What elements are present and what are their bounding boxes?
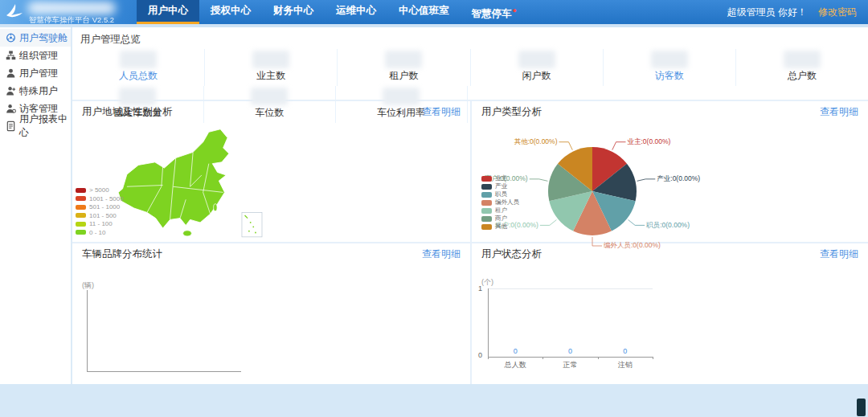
pie-label-line [628,220,645,226]
sidebar: 用户驾驶舱组织管理用户管理特殊用户访客管理用户报表中心 [0,27,71,384]
pie-legend-item-6[interactable]: 其他 [481,223,519,230]
main-content: 用户管理总览 人员总数业主数租户数闲户数访客数总户数 固定车数量车位数车位利用率… [71,27,868,384]
panel-title: 用户地域及性别分析 [82,105,173,119]
pie-slice-label: 职员:0(0.00%) [645,221,690,229]
sidebar-item-3[interactable]: 特殊用户 [0,82,71,100]
sidebar-item-label: 用户驾驶舱 [19,31,68,45]
status-y-axis [488,288,489,357]
legend-swatch [481,200,492,206]
x-axis-tick [598,357,599,359]
brand-y-axis [87,290,88,371]
nav-item-2[interactable]: 财务中心 [262,0,325,24]
map-legend-item[interactable]: > 5000 [76,186,124,194]
pie-legend-item-4[interactable]: 租户 [481,207,519,214]
stats-row-1: 人员总数业主数租户数闲户数访客数总户数 [72,49,868,86]
pie-legend-item-3[interactable]: 编外人员 [481,199,519,206]
map-visual-legend: > 50001001 - 5000501 - 1000101 - 50011 -… [76,186,124,237]
dashboard-icon [6,32,16,43]
sidebar-item-2[interactable]: 用户管理 [0,64,71,82]
map-legend-item[interactable]: 11 - 100 [76,220,124,227]
sidebar-item-label: 特殊用户 [19,84,58,98]
logo-text: 智慧停车操作平台 V2.5.2 [29,15,114,24]
nav-item-4[interactable]: 中心值班室 [387,0,461,24]
map-legend-item[interactable]: 1001 - 5000 [76,195,124,202]
legend-label: 501 - 1000 [89,203,120,211]
org-icon [6,50,16,61]
page: 智慧停车操作平台 V2.5.2 用户中心授权中心财务中心运维中心中心值班室智慧停… [0,0,868,417]
pie-legend-item-5[interactable]: 商户 [481,215,519,222]
y-tick-max: 1 [478,284,482,292]
legend-swatch [76,188,86,193]
nav-item-1[interactable]: 授权中心 [199,0,262,24]
legend-label: 11 - 100 [89,220,113,227]
pie-chart-body: 业主:0(0.00%)产业:0(0.00%)职员:0(0.00%)编外人员:0(… [472,121,868,242]
x-axis-tick [653,357,653,359]
region-gender-panel: 用户地域及性别分析 查看明细 [72,100,470,242]
redacted-stat-value [120,51,157,68]
pie-legend-item-1[interactable]: 产业 [481,183,519,190]
map-legend-item[interactable]: 0 - 10 [76,229,124,236]
overview-title: 用户管理总览 [72,27,868,49]
map-legend-item[interactable]: 501 - 1000 [76,203,124,211]
stat-cell: 人员总数 [72,49,205,86]
top-navbar: 智慧停车操作平台 V2.5.2 用户中心授权中心财务中心运维中心中心值班室智慧停… [0,0,868,24]
app-logo[interactable]: 智慧停车操作平台 V2.5.2 [0,0,137,24]
main-menu: 用户中心授权中心财务中心运维中心中心值班室智慧停车● [137,0,528,24]
navbar-right: 超级管理员 你好！ 修改密码 [727,0,868,24]
legend-swatch [76,205,86,210]
nav-item-3[interactable]: 运维中心 [325,0,387,24]
nav-item-0[interactable]: 用户中心 [137,0,199,24]
legend-label: 职员 [495,190,507,198]
redacted-stat-value [784,51,821,68]
stat-cell: 总户数 [736,49,868,86]
map-legend-item[interactable]: 101 - 500 [76,212,124,219]
user-status-panel: 用户状态分析 查看明细 (个) 1 0 总人数0正常0注销0 [470,242,868,384]
vehicle-brand-detail-link[interactable]: 查看明细 [422,247,461,261]
pie-label-line [592,237,602,246]
legend-label: 101 - 500 [89,212,117,219]
legend-swatch [481,216,492,222]
overview-panel: 用户管理总览 人员总数业主数租户数闲户数访客数总户数 固定车数量车位数车位利用率 [72,27,868,100]
change-password-link[interactable]: 修改密码 [818,6,857,19]
user-greeting: 超级管理员 你好！ [727,6,807,19]
pie-legend-item-2[interactable]: 职员 [481,191,519,198]
legend-swatch [76,196,86,201]
panel-grid: 用户地域及性别分析 查看明细 [72,100,868,384]
sidebar-item-label: 用户管理 [19,67,58,80]
floating-widget[interactable] [857,399,866,416]
map-chart-body: > 50001001 - 5000501 - 1000101 - 50011 -… [72,121,470,242]
redacted-stat-value [518,51,555,68]
nav-item-5[interactable]: 智慧停车● [461,0,528,24]
logo-swoosh-icon [5,2,29,20]
sidebar-item-1[interactable]: 组织管理 [0,47,71,64]
legend-swatch [481,224,492,230]
pie-legend-item-0[interactable]: 业主 [481,175,519,182]
pie-label-line [559,142,572,150]
pie-slice-label: 其他:0(0.00%) [514,137,558,145]
vehicle-brand-panel: 车辆品牌分布统计 查看明细 (辆) [72,242,470,384]
footer-band [0,384,868,417]
status-y-axis-label: (个) [481,277,493,288]
status-value-label: 0 [568,347,572,355]
stat-label[interactable]: 人员总数 [72,69,204,83]
legend-swatch [76,222,86,227]
legend-label: > 5000 [89,186,109,194]
stat-label[interactable]: 访客数 [604,69,735,83]
logo-blurred-name [27,2,116,14]
brand-x-axis [87,371,241,372]
user-type-pie-chart[interactable]: 业主:0(0.00%)产业:0(0.00%)职员:0(0.00%)编外人员:0(… [472,117,868,262]
legend-swatch [481,176,492,182]
x-axis-tick [488,357,489,359]
legend-label: 1001 - 5000 [89,195,124,202]
legend-label: 商户 [495,215,507,223]
pie-label-line [612,142,626,150]
pie-slice-label: 产业:0(0.00%) [657,174,700,182]
stat-label: 闲户数 [471,69,603,83]
sidebar-item-5[interactable]: 用户报表中心 [0,117,71,135]
redacted-stat-value [651,51,688,68]
status-category-label: 正常 [563,360,578,370]
sidebar-item-0[interactable]: 用户驾驶舱 [0,29,71,47]
legend-swatch [481,184,492,190]
region-detail-link[interactable]: 查看明细 [422,105,461,119]
special-user-icon [6,85,16,96]
